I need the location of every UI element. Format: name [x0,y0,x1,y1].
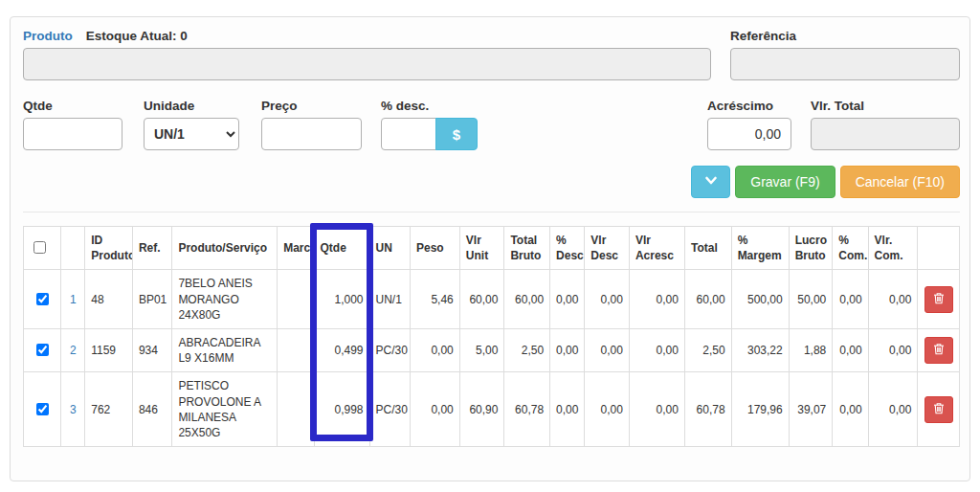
vlr-total-input [811,118,960,150]
cell-total-bruto: 60,78 [504,372,550,447]
produto-input [23,48,711,80]
cell-perc-desc: 0,00 [550,270,585,329]
cell-vlr-desc: 0,00 [585,270,630,329]
cell-perc-com: 0,00 [833,372,868,447]
cell-produto: 7BELO ANEIS MORANGO 24X80G [172,270,278,329]
header-margem: % Margem [731,227,789,270]
product-row: Produto Estoque Atual: 0 Referência [23,29,960,80]
cell-vlr-desc: 0,00 [585,372,630,447]
table-row: 3762846PETISCO PROVOLONE A MILANESA 25X5… [24,372,960,447]
items-table: ID ProdutoRef.Produto/ServiçoMarcaQtdeUN… [23,226,960,447]
header-vlr-com: Vlr. Com. [868,227,918,270]
header-ref: Ref. [132,227,171,270]
row-checkbox[interactable] [36,293,49,305]
perc-desc-input[interactable] [381,118,436,150]
cell-vlr-unit: 5,00 [459,328,504,371]
cell-num: 1 [61,270,85,329]
cell-vlr-unit: 60,00 [459,270,504,329]
header-desc: % Desc [550,227,585,270]
cell-peso: 0,00 [411,372,460,447]
cell-num: 3 [61,372,85,447]
header-produto-servi-o: Produto/Serviço [172,227,278,270]
qtde-input[interactable] [23,118,122,150]
estoque-atual-label: Estoque Atual: 0 [86,29,188,43]
cell-lucro-bruto: 50,00 [789,270,833,329]
referencia-field-group: Referência [730,29,960,80]
header-actions [918,227,960,270]
header-peso: Peso [411,227,460,270]
cell-vlr-com: 0,00 [868,328,918,371]
header-vlr-unit: Vlr Unit [459,227,504,270]
trash-icon [933,292,945,307]
cell-marca [278,328,314,371]
delete-row-button[interactable] [924,396,953,423]
preco-field-group: Preço [261,99,362,150]
more-options-button[interactable] [691,166,730,198]
cell-qtde: 0,998 [314,372,369,447]
gravar-button[interactable]: Gravar (F9) [735,166,835,198]
section-divider [23,212,960,212]
cell-num: 2 [61,328,85,371]
cancelar-button[interactable]: Cancelar (F10) [840,166,960,198]
cell-produto: ABRACADEIRA L9 X16MM [172,328,278,371]
cell-perc-com: 0,00 [833,270,868,329]
cell-marca [278,270,314,329]
perc-desc-label: % desc. [381,99,478,113]
cell-qtde: 0,499 [314,328,369,371]
preco-input[interactable] [261,118,362,150]
header-com: % Com. [833,227,868,270]
unidade-select[interactable]: UN/1 [144,118,239,150]
header-select-all[interactable] [24,227,61,270]
cell-un: PC/30 [369,372,410,447]
delete-row-button[interactable] [924,337,953,364]
header-marca: Marca [278,227,314,270]
vlr-total-field-group: Vlr. Total [811,99,960,150]
cell-vlr-unit: 60,90 [459,372,504,447]
cell-marca [278,372,314,447]
produto-tab-link[interactable]: Produto [23,29,73,43]
cell-actions [918,328,960,371]
cell-ref: BP01 [132,270,171,329]
cell-vlr-desc: 0,00 [585,328,630,371]
product-entry-panel: Produto Estoque Atual: 0 Referência Qtde… [10,16,970,481]
cell-ref: 846 [132,372,171,447]
cell-qtde: 1,000 [314,270,369,329]
row-checkbox[interactable] [36,344,49,356]
items-table-body: 148BP017BELO ANEIS MORANGO 24X80G1,000UN… [24,270,960,447]
table-row: 148BP017BELO ANEIS MORANGO 24X80G1,000UN… [24,270,960,329]
cell-vlr-acresc: 0,00 [629,328,684,371]
dollar-toggle-button[interactable]: $ [435,118,478,150]
cell-select [24,328,61,371]
cell-vlr-acresc: 0,00 [629,372,684,447]
header-lucro-bruto: Lucro Bruto [789,227,833,270]
chevron-down-icon [704,174,718,190]
row-checkbox[interactable] [36,403,49,415]
cell-perc-margem: 500,00 [731,270,789,329]
cell-vlr-acresc: 0,00 [629,270,684,329]
header-un: UN [369,227,410,270]
delete-row-button[interactable] [924,286,953,313]
cell-perc-desc: 0,00 [550,328,585,371]
qtde-label: Qtde [23,99,122,113]
cell-select [24,270,61,329]
header-qtde: Qtde [314,227,369,270]
cell-perc-com: 0,00 [833,328,868,371]
cell-perc-desc: 0,00 [550,372,585,447]
items-table-header-row: ID ProdutoRef.Produto/ServiçoMarcaQtdeUN… [24,227,960,270]
header-total-bruto: Total Bruto [504,227,550,270]
qtde-field-group: Qtde [23,99,122,150]
referencia-label: Referência [730,29,960,43]
cell-total: 60,78 [684,372,731,447]
acrescimo-input[interactable] [707,118,791,150]
table-row: 21159934ABRACADEIRA L9 X16MM0,499PC/300,… [24,328,960,371]
preco-label: Preço [261,99,362,113]
cell-total-bruto: 60,00 [504,270,550,329]
cell-vlr-com: 0,00 [868,372,918,447]
cell-perc-margem: 303,22 [731,328,789,371]
select-all-checkbox[interactable] [33,241,46,254]
cell-un: UN/1 [369,270,410,329]
cell-id-produto: 1159 [85,328,133,371]
actions-row: Gravar (F9) Cancelar (F10) [23,166,960,198]
trash-icon [933,343,945,358]
header-id-produto: ID Produto [85,227,133,270]
